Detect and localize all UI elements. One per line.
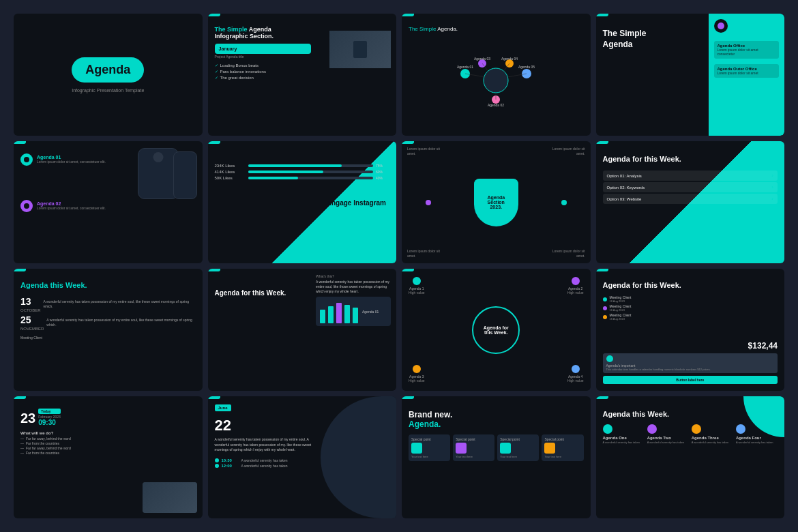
todo-item-3: —Far far away, behind the word [20,446,196,450]
meeting-dot [603,306,607,310]
slide-3-circles: The Simple Agenda. Agenda 01 Agenda 03 A… [402,14,591,136]
sp-icon-2 [456,443,467,454]
corner-tl: Lorem ipsum dolor sit amet. [407,147,445,156]
slide-accent [596,141,608,144]
circles-area: Agenda 01 Agenda 03 Agenda 04 Agenda 05 … [409,32,584,129]
slide-9-dates: Agenda this Week. 13 October A wonderful… [14,269,203,391]
agenda-row: Agenda One A wonderful serenity has take… [603,424,778,445]
option-row-3: Option 03: Website › [603,194,778,204]
slide-accent [596,396,608,399]
slide-11-circles: Agenda forthis Week. Agenda 1High value … [402,269,591,391]
week-title: Agenda this Week. [20,281,196,290]
svg-rect-16 [320,310,325,323]
svg-rect-20 [353,308,358,323]
simple-chart-container: Agenda 01 [316,297,391,326]
photo-placeholder [329,31,391,68]
price-display: $132,44 [603,341,778,351]
stat-row-3: 50K Likes 40% [215,176,390,180]
svg-text:Agenda 04: Agenda 04 [501,57,518,61]
week-title: Agenda for this Week. [603,155,778,164]
todo-item-4: —Far from the countries [20,451,196,455]
meeting-list: Meeting Client 16 Aug 2023 Meeting Clien… [603,294,778,338]
bar-chart [319,299,359,323]
stat-row-2: 414K Likes 60% [215,170,390,174]
slide-title: The Simple Agenda. [409,26,584,32]
date-row-1: 13 October A wonderful serenity has take… [20,296,196,312]
brand-sub: Agenda. [409,419,584,429]
slide-16-week: Agenda this Week. Agenda One A wonderful… [596,396,785,518]
cta-button[interactable]: Button label here [603,376,778,384]
svg-rect-18 [336,303,342,323]
important-badge: Agenda's important This calendar item ha… [603,353,778,373]
stat-bar-bg [248,171,374,173]
right-panel: Agenda Office Lorem ipsum dolor sit amet… [709,14,784,136]
stat-row-1: 234K Likes 75% [215,164,390,168]
svg-rect-17 [328,306,334,323]
brand-title: Brand new. [409,410,584,419]
week-title: Agenda for this Week. [603,281,778,290]
option-row-1: Option 01: Analysis › [603,171,778,181]
date-block: 13 October A wonderful serenity has take… [20,294,196,333]
phone-mockup-2 [173,151,197,199]
slide-14-timeline: June 22 A wonderful serenity has taken p… [208,396,397,518]
option-row-2: Option 02: Keywords › [603,182,778,192]
todo-item-2: —Far from the countries [20,441,196,445]
slide-2-infographic: The Simple AgendaInfographic Section. Ja… [208,14,397,136]
date-area: 23 Today February 2023 09:30 [20,409,196,426]
ag-card-3: Agenda Three A wonderful serenity has ta… [692,424,733,445]
slide-accent [208,141,220,144]
node-br: Agenda 4High value [567,365,584,383]
agenda-item: ✓ Para balance innovations [215,69,390,74]
curve-shape [321,396,396,518]
sp-icon-3 [500,443,511,454]
slide-6-instagram: 234K Likes 75% 414K Likes 60% 50K Likes … [208,141,397,263]
stats-list: 234K Likes 75% 414K Likes 60% 50K Likes … [215,162,390,182]
subtitle: Infographic Presentation Template [72,88,144,93]
node-bl: Agenda 3High value [409,365,425,383]
logo-pill: Agenda [72,57,144,83]
photo-area [143,482,197,513]
phone-mockup [138,148,179,199]
agenda-network: Agenda 01 Agenda 03 Agenda 04 Agenda 05 … [445,53,547,108]
meeting-row-3: Meeting Client 16 Aug 2023 [603,313,778,321]
meeting-info: Meeting Client 16 Aug 2023 [610,304,778,312]
center-circle: Agenda forthis Week. [472,306,520,354]
ag-dot-2 [647,424,657,434]
slide-15-brand: Brand new. Agenda. Special point Your te… [402,396,591,518]
slide-10-chart: What's this? A wonderful serenity has ta… [208,269,397,391]
node-tl: Agenda 1High value [409,277,425,295]
svg-rect-19 [344,305,350,323]
slide-accent [208,396,220,399]
todo-list: What will we do? —Far far away, behind t… [20,429,196,456]
option-item-1: Agenda Office Lorem ipsum dolor sit amet… [714,41,779,59]
agenda-box: January [215,44,311,54]
meeting-dot [603,297,607,301]
meeting-row-1: Meeting Client 16 Aug 2023 [603,295,778,303]
stat-bar-bg [248,164,374,167]
engage-title: Engage Instagram [327,198,386,206]
corner-bl: Lorem ipsum dolor sit amet. [407,249,445,258]
slide-accent [402,14,414,16]
slide-accent [14,141,26,144]
stat-bar-bg [248,177,374,179]
month-badge: June [215,404,231,411]
special-grid: Special point Your text here Special poi… [409,434,584,461]
slide-8-options: Agenda for this Week. Option 01: Analysi… [596,141,785,263]
ag-card-2: Agenda Two A wonderful serenity has take… [647,424,689,445]
meeting-label: Meeting Client [20,336,196,340]
date-row-2: 25 November A wonderful serenity has tak… [20,314,196,331]
ag-dot-3 [692,424,701,434]
quote-text: A wonderful serenity has taken possessio… [215,437,320,453]
slide-13-time: 23 Today February 2023 09:30 What will w… [14,396,203,518]
slide-accent [402,396,414,399]
svg-point-0 [484,68,508,93]
slide-accent [596,14,608,16]
slide-accent [402,141,414,144]
slide-accent [14,396,26,399]
ag-card-1: Agenda One A wonderful serenity has take… [603,424,645,445]
corner-tr: Lorem ipsum dolor sit amet. [548,147,585,156]
options-list: Option 01: Analysis › Option 02: Keyword… [603,169,778,205]
meeting-dot [603,315,607,319]
special-card-3: Special point Your text here [497,434,539,461]
option-item-2: Agenda Outer Office Lorem ipsum dolor si… [714,64,779,78]
